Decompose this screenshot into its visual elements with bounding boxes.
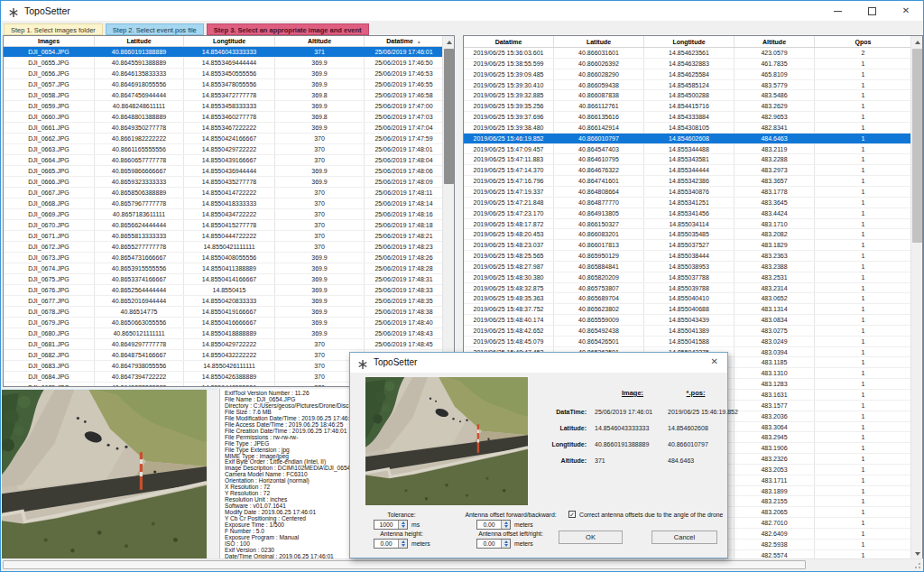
table-row[interactable]: 2019/06/25 15:39:38.48040.86614291414.85… — [464, 123, 922, 134]
scrollbar-thumb[interactable] — [912, 49, 922, 243]
table-cell: 2019/06/25 15:39:30.410 — [464, 80, 554, 90]
table-row[interactable]: DJI_0666.JPG40.865932333333314.855043527… — [4, 177, 454, 188]
table-row[interactable]: DJI_0680.JPG40.865012111111114.855041888… — [4, 328, 454, 339]
column-header-longtitude[interactable]: Longtitude — [644, 36, 735, 47]
column-header-longtitude[interactable]: Longtitude — [184, 36, 275, 46]
table-row[interactable]: 2019/06/25 15:48:27.98740.86588484114.85… — [464, 262, 922, 272]
table-row[interactable]: 2019/06/25 15:48:37.75240.86562380214.85… — [464, 304, 922, 315]
compare-pos-value: 2019/06/25 15:46:19.852 — [668, 409, 749, 415]
tab-step3-select-image-and-event[interactable]: Step 3. Select an appropriate image and … — [207, 23, 369, 35]
table-row[interactable]: DJI_0654.JPG40.866019138888914.854604333… — [4, 47, 454, 58]
table-row[interactable]: DJI_0677.JPG40.865201694444414.855042083… — [4, 296, 454, 307]
spinner-buttons[interactable] — [398, 540, 407, 548]
table-row[interactable]: 2019/06/25 15:48:25.56540.86595012914.85… — [464, 251, 922, 262]
table-row[interactable]: 2019/06/25 15:36:03.60140.86603160114.85… — [464, 48, 922, 59]
table-row[interactable]: DJI_0681.JPG40.864929777777814.855042972… — [4, 339, 454, 350]
table-row[interactable]: DJI_0679.JPG40.865066305555614.855041666… — [4, 318, 454, 328]
events-table-scrollbar[interactable] — [910, 36, 922, 559]
table-row[interactable]: DJI_0664.JPG40.866065777777814.855043916… — [4, 155, 454, 166]
events-table-header: DatatimeLatitudeLongtitudeAltitudeQpos — [464, 36, 922, 48]
tab-step1-select-images-folder[interactable]: Step 1. Select images folder — [4, 23, 103, 35]
antenna-height-input[interactable]: 0.00 — [374, 539, 408, 549]
table-row[interactable]: DJI_0656.JPG40.864613583333314.855345055… — [4, 69, 454, 79]
table-row[interactable]: 2019/06/25 15:47:09.45740.86454740314.85… — [464, 144, 922, 155]
scroll-up-icon[interactable] — [911, 36, 923, 48]
table-row[interactable]: 2019/06/25 15:47:16.79640.86474160114.85… — [464, 176, 922, 187]
table-row[interactable]: DJI_0668.JPG40.865796777777814.855041833… — [4, 198, 454, 209]
table-row[interactable]: DJI_0675.JPG40.865337416666714.855041416… — [4, 274, 454, 285]
table-row[interactable]: 2019/06/25 15:48:45.07940.86542650114.85… — [464, 337, 922, 347]
table-row[interactable]: DJI_0665.JPG40.865986666666714.855043694… — [4, 166, 454, 177]
offset-forward-backward-input[interactable]: 0.00 — [476, 520, 511, 530]
column-header-qpos[interactable]: Qpos — [815, 36, 912, 47]
minimize-button[interactable] — [820, 1, 855, 21]
table-row[interactable]: 2019/06/25 15:48:40.17440.86555900914.85… — [464, 315, 922, 326]
images-table-scrollbar[interactable] — [442, 36, 454, 386]
table-row[interactable]: DJI_0663.JPG40.866116555555614.855042972… — [4, 144, 454, 155]
scrollbar-thumb[interactable] — [444, 49, 454, 184]
table-row[interactable]: DJI_0669.JPG40.865718361111114.855043472… — [4, 209, 454, 220]
table-cell: 369.9 — [275, 253, 365, 263]
table-row[interactable]: 2019/06/25 15:48:32.87540.86575380714.85… — [464, 283, 922, 294]
table-cell: 2 — [815, 48, 912, 58]
table-row[interactable]: DJI_0676.JPG40.865256444444414.855041536… — [4, 285, 454, 296]
table-row[interactable]: 2019/06/25 15:39:09.48540.86602829014.85… — [464, 69, 922, 80]
table-row[interactable]: 2019/06/25 15:47:21.84840.86487777014.85… — [464, 198, 922, 208]
table-row[interactable]: DJI_0678.JPG40.8651477514.85504191666673… — [4, 307, 454, 318]
column-header-datatime[interactable]: Datatime — [464, 36, 554, 47]
table-row[interactable]: DJI_0672.JPG40.865527777777814.855042111… — [4, 242, 454, 253]
table-cell: 14.8550408055556 — [184, 253, 275, 263]
ok-button[interactable]: OK — [559, 530, 623, 544]
cancel-button[interactable]: Cancel — [651, 530, 717, 544]
table-row[interactable]: 2019/06/25 15:39:32.88540.86608783814.85… — [464, 90, 922, 101]
table-row[interactable]: DJI_0660.JPG40.864880138888914.855346027… — [4, 112, 454, 123]
table-cell: 40.865623802 — [554, 304, 644, 314]
tab-step2-select-event-pos-file[interactable]: Step 2. Select event.pos file — [106, 23, 204, 35]
table-row[interactable]: DJI_0670.JPG40.865662444444414.855041527… — [4, 220, 454, 231]
table-row[interactable]: 2019/06/25 15:47:11.88340.86461079514.85… — [464, 154, 922, 165]
dialog-close-icon[interactable]: ✕ — [711, 357, 718, 366]
table-row[interactable]: 2019/06/25 15:47:23.17040.86491380514.85… — [464, 208, 922, 219]
column-header-datatime[interactable]: Datatime▲ — [365, 36, 444, 46]
table-row[interactable]: 2019/06/25 15:48:35.36340.86568970414.85… — [464, 293, 922, 304]
table-row[interactable]: 2019/06/25 15:38:55.59940.86602639214.85… — [464, 59, 922, 69]
resize-grip[interactable] — [913, 561, 920, 568]
table-row[interactable]: DJI_0662.JPG40.866198222222214.855042416… — [4, 134, 454, 144]
table-row[interactable]: 2019/06/25 15:48:20.45340.86608320114.85… — [464, 229, 922, 240]
offset-left-right-input[interactable]: 0.00 — [476, 539, 511, 549]
table-row[interactable]: DJI_0655.JPG40.864559138888914.855346944… — [4, 58, 454, 69]
column-header-altitude[interactable]: Altitude — [275, 36, 365, 46]
table-cell: 14.8550419166667 — [184, 307, 275, 317]
scroll-up-icon[interactable] — [443, 36, 455, 48]
table-row[interactable]: 2019/06/25 15:48:30.38040.86582020914.85… — [464, 272, 922, 283]
table-row[interactable]: DJI_0659.JPG40.864824861111114.855345833… — [4, 101, 454, 112]
spinner-buttons[interactable] — [501, 521, 510, 529]
spinner-buttons[interactable] — [398, 521, 407, 529]
table-row[interactable]: DJI_0661.JPG40.864935027777814.855346722… — [4, 123, 454, 134]
table-row[interactable]: DJI_0658.JPG40.864745694444414.855347277… — [4, 90, 454, 101]
maximize-button[interactable] — [855, 1, 889, 21]
table-cell: 483.0834 — [735, 315, 815, 325]
table-row[interactable]: 2019/06/25 15:39:35.25640.86611276114.85… — [464, 101, 922, 112]
table-row[interactable]: DJI_0667.JPG40.865850638888914.855041472… — [4, 188, 454, 198]
table-row[interactable]: 2019/06/25 15:47:14.37040.86467632214.85… — [464, 165, 922, 176]
table-row[interactable]: 2019/06/25 15:39:37.69640.86613561614.85… — [464, 112, 922, 123]
column-header-latitude[interactable]: Latitude — [95, 36, 184, 46]
tolerance-input[interactable]: 1000 — [374, 520, 408, 530]
table-row[interactable]: 2019/06/25 15:48:23.03740.86601781314.85… — [464, 240, 922, 251]
table-row[interactable]: DJI_0657.JPG40.864691805555614.855347805… — [4, 79, 454, 90]
correct-antenna-offsets-checkbox[interactable]: ✓ Correct antenna offsets due to the ang… — [568, 511, 723, 518]
column-header-images[interactable]: Images — [4, 36, 95, 46]
table-row[interactable]: 2019/06/25 15:48:17.87240.86615032714.85… — [464, 219, 922, 230]
table-row[interactable]: 2019/06/25 15:39:30.41040.86605943814.85… — [464, 80, 922, 91]
table-row[interactable]: DJI_0673.JPG40.865473166666714.855040805… — [4, 253, 454, 263]
column-header-latitude[interactable]: Latitude — [554, 36, 644, 47]
table-row[interactable]: 2019/06/25 15:47:19.33740.86480866414.85… — [464, 187, 922, 198]
column-header-altitude[interactable]: Altitude — [735, 36, 815, 47]
table-row[interactable]: 2019/06/25 15:46:19.85240.86601079714.85… — [464, 134, 922, 144]
spinner-buttons[interactable] — [501, 540, 510, 548]
close-button[interactable]: ✕ — [889, 1, 923, 21]
table-row[interactable]: DJI_0671.JPG40.865581333333314.855044472… — [4, 231, 454, 242]
table-row[interactable]: DJI_0674.JPG40.865391555555614.855041138… — [4, 263, 454, 274]
table-row[interactable]: 2019/06/25 15:48:42.65240.86549243814.85… — [464, 326, 922, 337]
